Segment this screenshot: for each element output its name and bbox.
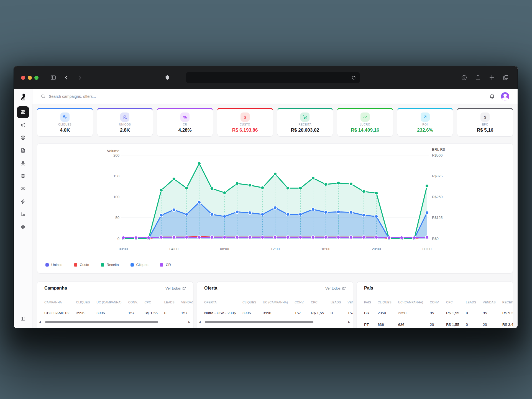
ver-todos-link[interactable]: Ver todos <box>325 286 346 290</box>
ver-todos-link[interactable]: Ver todos <box>165 286 186 290</box>
kpi-card-lucro[interactable]: LUCRO R$ 14.409,16 <box>337 108 393 137</box>
pais-table[interactable]: PAÍSCLIQUESUC (CAMPANHA)CONV.CPCLEADSVEN… <box>364 297 513 328</box>
column-header: CLIQUES <box>76 297 97 307</box>
column-header: LEADS <box>466 297 483 307</box>
card-title: Campanha <box>44 286 67 291</box>
kpi-card-receita[interactable]: RECEITA R$ 20.603,02 <box>277 108 333 137</box>
close-window-button[interactable] <box>21 76 25 80</box>
legend-item-receita[interactable]: Receita <box>101 263 119 267</box>
reload-icon[interactable] <box>351 75 357 81</box>
table-row[interactable]: Nutra - USA - 200$39963996157R$ 1,550157 <box>204 307 353 319</box>
column-header: VENDAS <box>483 297 502 307</box>
table-cell: 20 <box>483 319 502 329</box>
sidebar-item-links-icon[interactable] <box>17 183 29 195</box>
table-cell: 636 <box>398 319 430 329</box>
sidebar-item-settings-gear-icon[interactable] <box>17 221 29 233</box>
sidebar-item-automation-zap-icon[interactable] <box>17 195 29 208</box>
table-cell: 3996 <box>96 307 128 319</box>
table-cell: 157 <box>181 307 193 319</box>
horizontal-scrollbar[interactable]: ◀▶ <box>37 319 193 323</box>
svg-text:0: 0 <box>117 237 119 241</box>
legend-swatch <box>45 263 49 267</box>
table-cell: R$ 3.484,10 <box>502 319 513 329</box>
kpi-card-cr[interactable]: % CR 4.28% <box>157 108 213 137</box>
sidebar-item-campaigns-megaphone-icon[interactable] <box>17 119 29 131</box>
sidebar-item-reports-bar-chart-icon[interactable] <box>17 208 29 220</box>
table-cell: 3996 <box>76 307 97 319</box>
table-cell: 0 <box>331 307 347 319</box>
kpi-card-roi[interactable]: ROI 232.6% <box>397 108 453 137</box>
back-button[interactable] <box>62 73 71 82</box>
sidebar-item-dashboard[interactable] <box>17 106 29 118</box>
kpi-card-custo[interactable]: $ CUSTO R$ 6.193,86 <box>217 108 273 137</box>
table-row[interactable]: PT63663620R$ 1,55020R$ 3.484,10 <box>364 319 513 329</box>
horizontal-scrollbar[interactable]: ◀▶ <box>197 319 353 323</box>
table-cell: R$ 1,55 <box>311 307 331 319</box>
svg-text:R$375: R$375 <box>432 174 443 178</box>
svg-text:BRL R$: BRL R$ <box>432 147 445 152</box>
svg-text:00:00: 00:00 <box>119 247 128 251</box>
sidebar-item-target-icon[interactable] <box>17 132 29 144</box>
table-row[interactable]: BR2350235095R$ 1,55095R$ 9.288,09 <box>364 307 513 319</box>
table-cell: Nutra - USA - 200$ <box>204 307 242 319</box>
search-input[interactable] <box>49 94 165 99</box>
column-header: CLIQUES <box>242 297 263 307</box>
external-link-icon <box>182 287 186 290</box>
browser-sidebar-toggle-icon[interactable] <box>48 73 58 82</box>
share-icon[interactable] <box>473 73 483 82</box>
zoom-window-button[interactable] <box>34 76 39 80</box>
svg-text:200: 200 <box>113 153 119 157</box>
kpi-label: ROI <box>422 123 428 126</box>
campanha-table[interactable]: CAMPANHACLIQUESUC (CAMPANHA)CONV.CPCLEAD… <box>44 297 193 319</box>
downloads-icon[interactable] <box>459 73 469 82</box>
legend-item-cliques[interactable]: Cliques <box>131 263 148 267</box>
table-cell: 3996 <box>263 307 295 319</box>
legend-swatch <box>160 263 163 267</box>
table-cell: R$ 9.288,09 <box>502 307 513 319</box>
column-header: LEADS <box>331 297 347 307</box>
user-avatar[interactable] <box>501 92 509 101</box>
kpi-label: LUCRO <box>360 123 370 126</box>
sidebar-item-domains-globe-icon[interactable] <box>17 170 29 182</box>
column-header: VENDAS <box>181 297 193 307</box>
campanha-card: Campanha Ver todos CAMPANHACLIQUESUC (CA… <box>37 281 193 328</box>
legend-item-únicos[interactable]: Únicos <box>45 263 62 267</box>
forward-button[interactable] <box>75 73 85 82</box>
trending-up-icon <box>360 112 370 122</box>
svg-text:100: 100 <box>113 195 119 199</box>
app-topbar <box>32 89 518 104</box>
kpi-label: CLIQUES <box>58 123 71 126</box>
summary-tables-row: Campanha Ver todos CAMPANHACLIQUESUC (CA… <box>37 281 513 328</box>
svg-text:12:00: 12:00 <box>271 247 280 251</box>
kpi-card-unicos[interactable]: ÚNICOS 2.8K <box>97 108 153 137</box>
kpi-value: R$ 14.409,16 <box>351 127 379 133</box>
collapse-sidebar-icon[interactable] <box>17 313 29 325</box>
oferta-table[interactable]: OFERTACLIQUESUC (CAMPANHA)CONV.CPCLEADSV… <box>204 297 353 319</box>
kpi-card-epc[interactable]: $ EPC R$ 5,16 <box>457 108 513 137</box>
url-bar[interactable] <box>186 72 360 83</box>
new-tab-icon[interactable] <box>487 73 497 82</box>
legend-item-cr[interactable]: CR <box>160 263 171 267</box>
chart-legend: Únicos Custo Receita Cliques CR <box>37 260 513 267</box>
legend-swatch <box>101 263 104 267</box>
svg-text:R$0: R$0 <box>432 237 439 241</box>
kpi-value: 4.0K <box>60 127 70 133</box>
table-cell: 2350 <box>398 307 430 319</box>
svg-text:R$500: R$500 <box>432 153 443 157</box>
kpi-value: 4.28% <box>178 127 191 133</box>
privacy-shield-icon[interactable] <box>163 73 172 82</box>
svg-text:04:00: 04:00 <box>169 247 178 251</box>
table-cell: 636 <box>378 319 398 329</box>
kpi-card-cliques[interactable]: CLIQUES 4.0K <box>37 108 93 137</box>
table-cell: 2350 <box>378 307 398 319</box>
legend-item-custo[interactable]: Custo <box>74 263 89 267</box>
table-row[interactable]: CBO CAMP 0239963996157R$ 1,550157R <box>44 307 193 319</box>
table-cell: 0 <box>466 307 483 319</box>
external-link-icon <box>342 287 346 290</box>
minimize-window-button[interactable] <box>28 76 32 80</box>
sidebar-item-flows-network-icon[interactable] <box>17 157 29 169</box>
dog-logo[interactable] <box>18 92 28 102</box>
notifications-bell-icon[interactable] <box>489 94 495 99</box>
sidebar-item-landing-file-code-icon[interactable] <box>17 144 29 157</box>
tab-overview-icon[interactable] <box>501 73 510 82</box>
